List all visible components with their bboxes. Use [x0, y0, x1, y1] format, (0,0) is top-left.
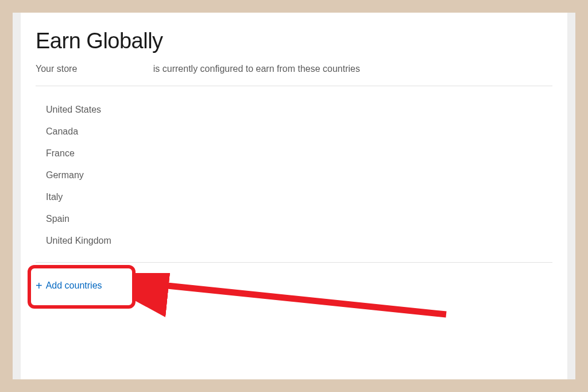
- subtitle-prefix: Your store: [36, 64, 77, 74]
- annotation-arrow-icon: [133, 273, 461, 325]
- subtitle-suffix: is currently configured to earn from the…: [153, 64, 360, 74]
- plus-icon: +: [36, 280, 42, 291]
- svg-line-1: [156, 285, 446, 314]
- country-list: United States Canada France Germany Ital…: [36, 86, 552, 262]
- outer-frame: Earn Globally Your store is currently co…: [13, 13, 575, 379]
- add-countries-section: + Add countries: [36, 263, 552, 293]
- list-item: France: [46, 143, 552, 164]
- list-item: United States: [46, 99, 552, 121]
- list-item: Canada: [46, 121, 552, 143]
- add-countries-label: Add countries: [46, 280, 102, 291]
- list-item: Germany: [46, 164, 552, 186]
- list-item: United Kingdom: [46, 230, 552, 252]
- settings-panel: Earn Globally Your store is currently co…: [21, 13, 567, 379]
- store-subtitle: Your store is currently configured to ea…: [36, 64, 552, 74]
- page-title: Earn Globally: [36, 29, 552, 53]
- list-item: Italy: [46, 186, 552, 208]
- list-item: Spain: [46, 208, 552, 230]
- add-countries-button[interactable]: + Add countries: [36, 279, 102, 293]
